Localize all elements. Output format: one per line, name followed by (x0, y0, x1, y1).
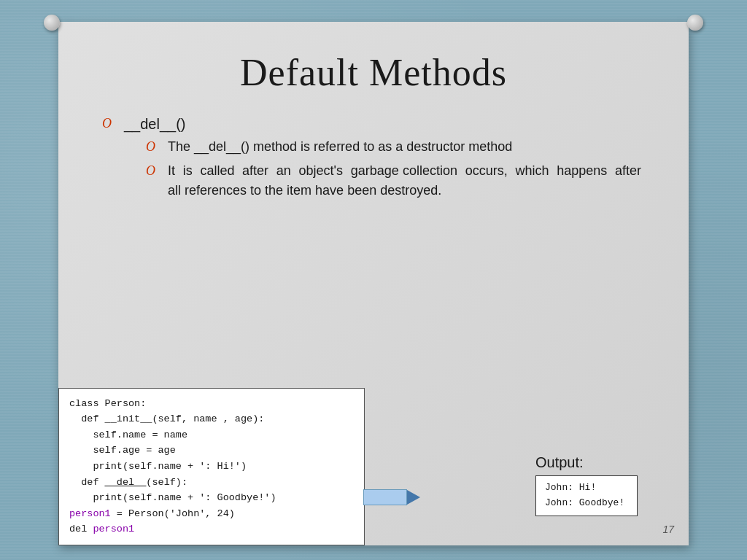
output-box: John: Hi! John: Goodbye! (535, 475, 638, 516)
output-section: Output: John: Hi! John: Goodbye! (535, 454, 638, 516)
bullet-item-1: __del__() The __del__() method is referr… (102, 116, 645, 201)
code-line-9: del person1 (69, 521, 354, 537)
output-arrow (363, 489, 420, 505)
sub-bullet-list: The __del__() method is referred to as a… (124, 137, 645, 201)
sub-bullet-1: The __del__() method is referred to as a… (146, 137, 645, 157)
code-line-7: print(self.name + ': Goodbye!') (69, 490, 354, 506)
person1-var-2: person1 (93, 524, 134, 534)
sub-bullet-1-text: The __del__() method is referred to as a… (168, 139, 512, 154)
code-line-8: person1 = Person('John', 24) (69, 506, 354, 522)
bullet-1-text: __del__() (124, 116, 186, 132)
output-line-2: John: Goodbye! (545, 496, 628, 511)
output-label: Output: (535, 454, 638, 471)
arrow-pointer (407, 490, 420, 505)
output-line-1: John: Hi! (545, 481, 628, 496)
sub-bullet-2: It is called after an object's garbage c… (146, 161, 645, 201)
slide-background: Default Methods __del__() The __del__() … (58, 22, 689, 545)
bullet-list: __del__() The __del__() method is referr… (102, 116, 645, 201)
arrow-line (363, 489, 420, 505)
sub-bullet-2-text: It is called after an object's garbage c… (168, 163, 645, 198)
person1-var-1: person1 (69, 508, 111, 519)
push-pin-left (44, 15, 60, 31)
slide-title: Default Methods (102, 51, 645, 94)
code-line-6: def __del__(self): (69, 475, 354, 491)
code-line-5: print(self.name + ': Hi!') (69, 459, 354, 475)
push-pin-right (687, 15, 703, 31)
code-line-1: class Person: (69, 396, 354, 412)
code-box: class Person: def __init__(self, name , … (58, 388, 365, 545)
code-line-2: def __init__(self, name , age): (69, 411, 354, 427)
code-line-3: self.name = name (69, 427, 354, 443)
code-line-4: self.age = age (69, 443, 354, 459)
slide-number: 17 (662, 524, 674, 535)
arrow-box (363, 489, 407, 505)
del-method-underline: __del__ (105, 477, 147, 488)
slide-content: Default Methods __del__() The __del__() … (58, 22, 689, 545)
